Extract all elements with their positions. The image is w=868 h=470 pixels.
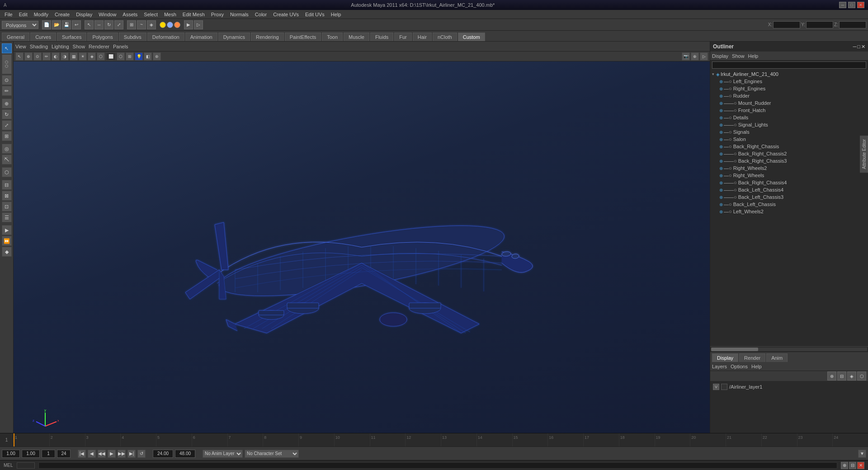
menu-window[interactable]: Window: [96, 11, 119, 18]
y-field[interactable]: [806, 21, 833, 28]
mel-input-area[interactable]: [17, 462, 35, 469]
tab-toon[interactable]: Toon: [322, 33, 343, 41]
loop-button[interactable]: ↺: [137, 450, 146, 458]
character-set-selector[interactable]: No Character Set: [245, 450, 299, 458]
transform-tool[interactable]: ⊞: [2, 131, 12, 141]
layer-tab-anim[interactable]: Anim: [766, 353, 788, 362]
mode-selector[interactable]: Polygons Surfaces Dynamics Rendering Ani…: [2, 21, 38, 29]
layer-row-airliner[interactable]: V /Airliner_layer1: [712, 383, 866, 391]
tab-curves[interactable]: Curves: [30, 33, 56, 41]
snap-curve-button[interactable]: ~: [137, 20, 146, 29]
layer-tab-display[interactable]: Display: [712, 353, 738, 362]
outliner-item-signals[interactable]: ⊕ —○ Signals: [710, 128, 868, 136]
timeline-expand-button[interactable]: ▼: [858, 450, 866, 458]
hypershade-btn[interactable]: ◆: [2, 247, 12, 257]
close-button[interactable]: ✕: [857, 2, 864, 8]
outliner-item-mount-rudder[interactable]: ⊕ ——○ Mount_Rudder: [710, 99, 868, 107]
outliner-item-right-wheels[interactable]: ⊕ —○ Right_Wheels: [710, 172, 868, 179]
vp-menu-renderer[interactable]: Renderer: [89, 44, 109, 49]
anim-layer-selector[interactable]: No Anim Layer: [203, 450, 243, 458]
vp-tool10[interactable]: ⬡: [97, 52, 105, 61]
menu-display[interactable]: Display: [73, 11, 95, 18]
lasso-tool[interactable]: ⊙: [2, 75, 12, 85]
menu-edit-uvs[interactable]: Edit UVs: [302, 11, 327, 18]
outliner-item-details[interactable]: ⊕ —○ Details: [710, 114, 868, 121]
tab-painteffects[interactable]: PaintEffects: [285, 33, 321, 41]
outliner-item-left-wheels2[interactable]: ⊕ —○ Left_Wheels2: [710, 208, 868, 215]
menu-color[interactable]: Color: [252, 11, 269, 18]
vp-shadow[interactable]: ◧: [144, 52, 152, 61]
rotate-tool[interactable]: ↻: [2, 109, 12, 119]
color1-button[interactable]: [160, 22, 166, 28]
x-field[interactable]: [773, 21, 800, 28]
menu-select[interactable]: Select: [141, 11, 160, 18]
layer-tab-render[interactable]: Render: [739, 353, 765, 362]
anim-end-field[interactable]: [57, 450, 71, 458]
scale-tool-button[interactable]: ⤢: [114, 20, 123, 29]
viewport-canvas[interactable]: x y z: [14, 61, 710, 433]
outliner-scrollbar[interactable]: [710, 346, 868, 352]
tab-general[interactable]: General: [2, 33, 29, 41]
paint-select[interactable]: ✏: [2, 86, 12, 96]
status-icon1[interactable]: ⊕: [841, 462, 848, 469]
tab-muscle[interactable]: Muscle: [344, 33, 369, 41]
current-frame-field[interactable]: [22, 450, 40, 458]
color3-button[interactable]: [174, 22, 180, 28]
vp-cam[interactable]: 📷: [682, 52, 690, 61]
outliner-item-rudder[interactable]: ⊕ —○ Rudder: [710, 92, 868, 99]
outliner-item-right-engines[interactable]: ⊕ —○ Right_Engines: [710, 85, 868, 92]
lay-btn[interactable]: ☰: [2, 212, 12, 222]
vp-tool3[interactable]: ⊙: [33, 52, 42, 61]
scale-tool[interactable]: ⤢: [2, 120, 12, 130]
prev-frame-button[interactable]: ◀: [88, 450, 96, 458]
snap-btn[interactable]: ⊠: [2, 191, 12, 201]
attribute-editor-tab[interactable]: Attribute Editor: [860, 136, 868, 173]
outliner-item-root[interactable]: ▾ ◈ Irkut_Airliner_MC_21_400: [710, 70, 868, 78]
play-forward-button[interactable]: ▶: [108, 450, 116, 458]
outliner-item-signal-lights[interactable]: ⊕ ——○ Signal_Lights: [710, 121, 868, 128]
outliner-item-back-left-chassis[interactable]: ⊕ —○ Back_Left_Chassis: [710, 201, 868, 208]
vp-light[interactable]: 💡: [135, 52, 143, 61]
vp-snap[interactable]: ⊕: [691, 52, 699, 61]
outliner-menu-show[interactable]: Show: [732, 53, 745, 59]
z-field[interactable]: [839, 21, 866, 28]
vp-tex[interactable]: ⊞: [126, 52, 134, 61]
layer-visibility[interactable]: V: [713, 384, 719, 390]
vp-wire[interactable]: ⬡: [117, 52, 125, 61]
vp-tool7[interactable]: ▦: [70, 52, 78, 61]
vp-menu-shading[interactable]: Shading: [30, 44, 48, 49]
menu-mesh[interactable]: Mesh: [161, 11, 179, 18]
outliner-item-back-right-chassis[interactable]: ⊕ —○ Back_Right_Chassis: [710, 143, 868, 150]
show-manip[interactable]: ⬡: [2, 167, 12, 177]
menu-create-uvs[interactable]: Create UVs: [270, 11, 302, 18]
outliner-menu-help[interactable]: Help: [748, 53, 759, 59]
vp-menu-show[interactable]: Show: [73, 44, 85, 49]
outliner-item-back-right-chassis3[interactable]: ⊕ ——○ Back_Right_Chassis3: [710, 157, 868, 164]
tab-hair[interactable]: Hair: [413, 33, 432, 41]
menu-proxy[interactable]: Proxy: [208, 11, 226, 18]
outliner-item-left-engines[interactable]: ⊕ —○ Left_Engines: [710, 78, 868, 85]
layer-tool1[interactable]: ⊕: [827, 371, 836, 381]
render-view[interactable]: ▶: [2, 225, 12, 235]
tab-ncloth[interactable]: nCloth: [433, 33, 457, 41]
soft-mod-tool[interactable]: ◎: [2, 144, 12, 154]
sculpt-tool[interactable]: ⛏: [2, 155, 12, 164]
playback-end-field[interactable]: [175, 450, 195, 458]
translate-tool-button[interactable]: ↔: [94, 20, 104, 29]
outliner-item-salon[interactable]: ⊕ —○ Salon: [710, 136, 868, 143]
vp-playblast[interactable]: ▷: [700, 52, 708, 61]
playback-start-field[interactable]: [153, 450, 173, 458]
layer-tool4[interactable]: ⬡: [857, 371, 866, 381]
snap-point-button[interactable]: ◈: [147, 20, 156, 29]
layer-tool2[interactable]: ⊟: [837, 371, 846, 381]
outliner-item-back-left-chassis3[interactable]: ⊕ ——○ Back_Left_Chassis3: [710, 193, 868, 201]
menu-modify[interactable]: Modify: [31, 11, 51, 18]
outliner-item-back-right-chassis4[interactable]: ⊕ ——○ Back_Right_Chassis4: [710, 179, 868, 186]
outliner-item-back-left-chassis4[interactable]: ⊕ ——○ Back_Left_Chassis4: [710, 186, 868, 193]
timeline-bar[interactable]: 1 2 3 4 5 6 7 8 9 10 11 12 13 14 15 16 1…: [14, 433, 868, 446]
outliner-item-front-hatch[interactable]: ⊕ ——○ Front_Hatch: [710, 107, 868, 114]
undo-button[interactable]: ↩: [72, 20, 81, 29]
menu-normals[interactable]: Normals: [227, 11, 251, 18]
move-tool[interactable]: ⊕: [2, 99, 12, 108]
tab-animation[interactable]: Animation: [185, 33, 217, 41]
